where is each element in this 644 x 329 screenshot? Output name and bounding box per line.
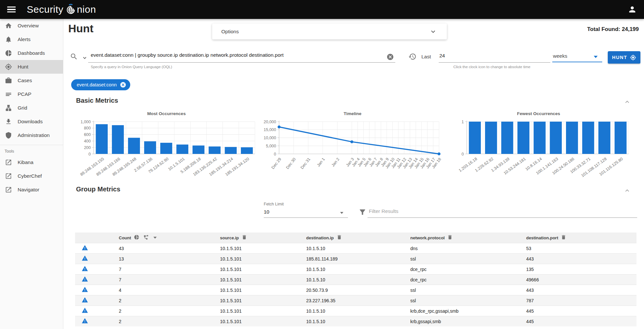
collapse-group-metrics-icon[interactable] [623, 187, 631, 194]
remove-column-trash-icon[interactable] [561, 234, 566, 241]
sidebar-item-pcap[interactable]: PCAP [0, 87, 63, 101]
bar-183.136.225.42[interactable] [209, 146, 221, 154]
table-row[interactable]: 210.1.5.10110.1.5.10krb,dce_rpc,gssapi,s… [75, 306, 636, 316]
sidebar-item-administration[interactable]: Administration [0, 128, 63, 142]
sidebar-item-alerts[interactable]: Alerts [0, 33, 63, 46]
user-account-icon[interactable] [628, 5, 637, 14]
bar-185.191.34.120[interactable] [241, 147, 253, 154]
bar-10.1.5.101[interactable] [176, 144, 188, 154]
query-input[interactable] [91, 52, 385, 58]
timeline-data-point[interactable] [350, 140, 353, 143]
fetch-limit-select-arrow-icon[interactable] [340, 212, 343, 214]
bar-10.53.244.181[interactable] [517, 122, 529, 154]
sidebar-item-overview[interactable]: Overview [0, 19, 63, 33]
fetch-limit-underline [264, 217, 348, 218]
column-header-network.protocol: network.protocol [410, 235, 445, 240]
clear-query-icon[interactable] [386, 53, 394, 61]
sidebar-item-dashboards[interactable]: Dashboards [0, 46, 63, 60]
bar-89.248.163.166[interactable] [112, 125, 124, 154]
bar-1.203.16.18[interactable] [469, 122, 481, 154]
remove-column-trash-icon[interactable] [447, 234, 453, 241]
trash-icon [447, 234, 453, 240]
table-row[interactable]: 4310.1.5.10110.1.5.10dns53 [75, 243, 636, 253]
sidebar-tool-kibana[interactable]: Kibana [0, 156, 63, 169]
bar-5.188.206.18[interactable] [193, 145, 205, 154]
bar-79.124.62.90[interactable] [160, 143, 172, 154]
total-found-count: Total Found: 24,199 [587, 26, 639, 33]
crosshair-icon [5, 63, 12, 70]
table-row[interactable]: 210.1.5.10123.227.196.35ssl787 [75, 295, 636, 306]
bar-101.108.117.128[interactable] [598, 122, 610, 154]
row-warning-icon[interactable] [82, 307, 88, 315]
table-cell: krb,dce_rpc,gssapi,smb [410, 308, 526, 314]
flow-view-toggle-icon[interactable] [143, 234, 149, 241]
options-dropdown[interactable]: Options [212, 23, 447, 39]
external-link-icon [5, 186, 12, 193]
bar-2.56.57.136[interactable] [144, 141, 156, 154]
table-row[interactable]: 710.1.5.10110.1.5.10dce_rpc135 [75, 264, 636, 274]
app-bar: Security nion [0, 0, 644, 19]
svg-text:Dec 29: Dec 29 [271, 157, 282, 170]
warning-icon [82, 255, 88, 262]
chart-title: Fewest Occurrences [447, 111, 630, 118]
chart-title: Timeline [261, 111, 444, 118]
sidebar-tool-cyberchef[interactable]: CyberChef [0, 169, 63, 183]
query-filter-chip[interactable]: event.dataset:conn [71, 79, 130, 90]
remove-filter-icon[interactable] [120, 82, 126, 88]
bar-1.34.93.139[interactable] [501, 122, 513, 154]
sidebar-item-downloads[interactable]: Downloads [0, 115, 63, 128]
hunt-button[interactable]: HUNT [608, 51, 640, 64]
remove-column-trash-icon[interactable] [242, 234, 247, 241]
svg-text:Dec 31: Dec 31 [300, 157, 311, 170]
table-cell: 7 [119, 267, 220, 272]
bar-89.248.163.155[interactable] [96, 124, 108, 154]
timeline-data-point[interactable] [278, 126, 281, 128]
table-row[interactable]: 1310.1.5.101185.81.114.189ssl443 [75, 253, 636, 264]
column-header-destination.ip: destination.ip [306, 235, 334, 240]
row-warning-icon[interactable] [82, 286, 88, 294]
table-cell: 10.1.5.101 [220, 246, 306, 251]
svg-text:Jan 1: Jan 1 [316, 157, 326, 168]
row-warning-icon[interactable] [82, 318, 88, 325]
row-warning-icon[interactable] [82, 245, 88, 252]
filter-results-input[interactable] [369, 208, 623, 214]
filter-funnel-icon [358, 208, 367, 216]
table-row[interactable]: 210.1.5.10110.1.5.10krb,gssapi,smb445 [75, 316, 636, 326]
most-occurrences-chart: Most Occurrences 02004006008001,00089.24… [75, 111, 258, 182]
table-row[interactable]: 710.1.5.10110.1.5.10dce_rpc49666 [75, 274, 636, 285]
bar-100.1.141.163[interactable] [550, 122, 562, 154]
query-dropdown-chevron-icon[interactable] [82, 55, 88, 61]
history-clock-icon[interactable] [408, 52, 416, 61]
remove-column-trash-icon[interactable] [337, 234, 342, 241]
bar-100.24.50.186[interactable] [566, 122, 578, 154]
pie-chart-toggle-icon[interactable] [134, 234, 139, 241]
options-label: Options [221, 29, 239, 35]
main-content: Hunt Options Total Found: 24,199 Specify… [63, 19, 644, 329]
fetch-limit-select[interactable]: 10 [264, 209, 269, 215]
row-warning-icon[interactable] [82, 255, 88, 262]
count-options-caret-icon[interactable] [153, 237, 157, 239]
row-warning-icon[interactable] [82, 276, 88, 283]
sidebar-item-hunt[interactable]: Hunt [0, 60, 63, 74]
hamburger-menu-icon[interactable] [7, 7, 16, 12]
sidebar-item-grid[interactable]: Grid [0, 101, 63, 115]
table-cell: 10.1.5.101 [220, 277, 306, 282]
timeline-data-point[interactable] [438, 152, 441, 155]
search-icon [70, 52, 78, 61]
duration-input[interactable] [439, 53, 547, 59]
bar-10.8.16.14[interactable] [534, 122, 546, 154]
bar-100.33.32.71[interactable] [582, 122, 594, 154]
sidebar-tool-navigator[interactable]: Navigator [0, 183, 63, 197]
time-unit-select-arrow-icon[interactable] [594, 56, 598, 58]
table-row[interactable]: 410.1.5.10120.50.73.9ssl443 [75, 285, 636, 295]
bar-1.226.62.92[interactable] [485, 122, 497, 154]
bar-101.116.125.80[interactable] [615, 122, 627, 154]
sidebar-item-cases[interactable]: Cases [0, 74, 63, 87]
row-warning-icon[interactable] [82, 297, 88, 304]
bar-185.191.34.214[interactable] [225, 147, 237, 154]
time-unit-select[interactable]: weeks [553, 53, 567, 59]
row-warning-icon[interactable] [82, 265, 88, 273]
bar-89.248.165.248[interactable] [128, 138, 140, 154]
trash-icon [561, 234, 566, 240]
collapse-basic-metrics-icon[interactable] [623, 98, 631, 106]
